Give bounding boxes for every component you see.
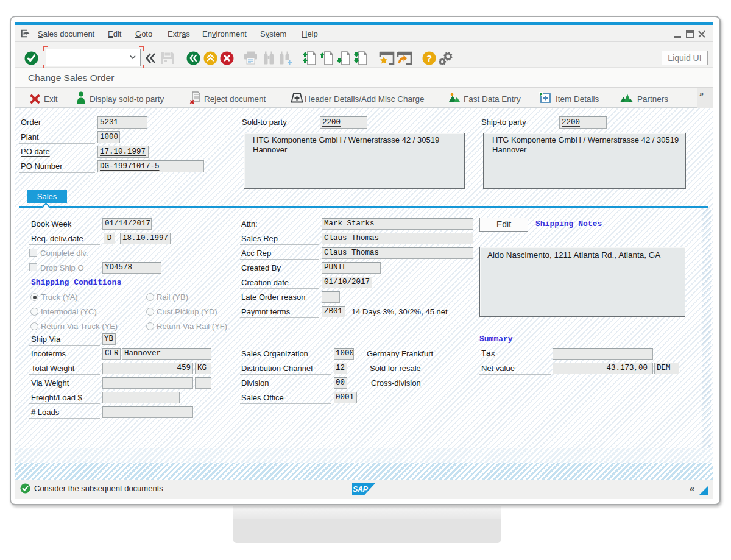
- svg-text:?: ?: [426, 53, 432, 63]
- svg-text:SAP: SAP: [353, 485, 369, 494]
